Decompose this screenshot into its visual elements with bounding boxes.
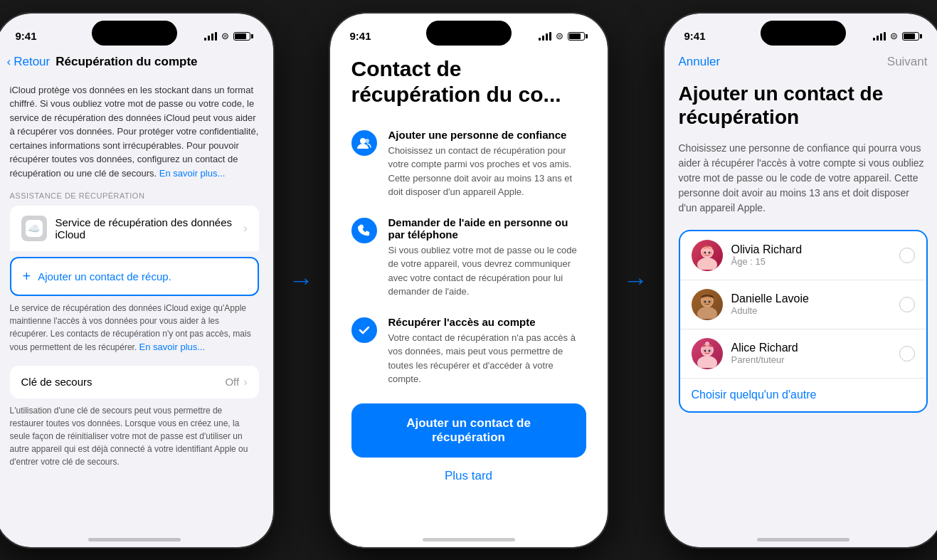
status-time-1: 9:41 <box>16 30 37 42</box>
phone-icon <box>351 218 377 243</box>
svg-point-17 <box>705 342 709 346</box>
status-icons-2: ⊜ <box>539 31 588 41</box>
status-time-3: 9:41 <box>684 30 706 42</box>
cancel-button[interactable]: Annuler <box>679 55 721 69</box>
avatar-danielle <box>692 289 723 320</box>
icloud-service-text: Service de récupération des données iClo… <box>55 216 235 241</box>
back-button-1[interactable]: ‹ Retour <box>7 55 51 69</box>
contact-detail-alice: Parent/tuteur <box>731 354 891 365</box>
add-contact-label: Ajouter un contact de récup. <box>38 270 171 282</box>
contact-info-olivia: Olivia Richard Âge : 15 <box>731 243 891 267</box>
learn-more-2[interactable]: En savoir plus... <box>139 342 206 352</box>
contact-row-olivia[interactable]: Olivia Richard Âge : 15 <box>680 231 926 280</box>
arrow-2-container: → <box>608 265 665 295</box>
avatar-alice <box>692 338 723 369</box>
contact-name-olivia: Olivia Richard <box>731 243 891 256</box>
phone-2: 9:41 ⊜ Contact de récupérat <box>330 14 608 547</box>
feature-title-1: Ajouter une personne de confiance <box>388 129 586 141</box>
home-indicator-3 <box>757 538 849 541</box>
battery-icon-1 <box>233 32 253 41</box>
screen3-title: Ajouter un contact de récupération <box>679 82 928 130</box>
feature-text-1: Ajouter une personne de confiance Choisi… <box>388 129 586 199</box>
svg-point-8 <box>697 307 717 319</box>
dynamic-island-2 <box>426 21 512 46</box>
later-link[interactable]: Plus tard <box>351 469 586 483</box>
screen3-content: Ajouter un contact de récupération Chois… <box>665 75 938 420</box>
contact-detail-danielle: Adulte <box>731 305 891 316</box>
security-key-desc: L'utilisation d'une clé de secours peut … <box>10 404 259 468</box>
status-icons-1: ⊜ <box>204 31 253 41</box>
contacts-list: Olivia Richard Âge : 15 <box>679 230 928 413</box>
icloud-description: iCloud protège vos données en les stocka… <box>10 83 259 181</box>
home-indicator-1 <box>88 538 181 541</box>
svg-point-6 <box>708 251 710 253</box>
nav-bar-1: ‹ Retour Récupération du compte <box>0 49 273 75</box>
battery-icon-2 <box>568 32 588 41</box>
chevron-right-icon-2: › <box>243 376 247 389</box>
wifi-icon-3: ⊜ <box>890 31 898 41</box>
svg-point-16 <box>708 349 710 352</box>
contact-row-alice[interactable]: Alice Richard Parent/tuteur <box>680 329 926 378</box>
svg-point-1 <box>365 139 369 143</box>
radio-danielle[interactable] <box>899 297 915 312</box>
feature-text-3: Récupérer l'accès au compte Votre contac… <box>388 316 586 386</box>
radio-olivia[interactable] <box>899 248 915 263</box>
screen2-content: Contact de récupération du co... <box>330 49 608 497</box>
arrow-icon-2: → <box>623 265 649 295</box>
icloud-service-item[interactable]: ☁️ Service de récupération des données i… <box>10 206 259 251</box>
svg-point-3 <box>697 258 717 270</box>
svg-point-5 <box>704 251 706 253</box>
avatar-olivia <box>692 240 723 271</box>
learn-more-1[interactable]: En savoir plus... <box>159 168 226 179</box>
add-contact-desc: Le service de récupération des données i… <box>10 302 259 354</box>
feature-icon-1 <box>351 129 377 156</box>
feature-desc-3: Votre contact de récupération n'a pas ac… <box>388 331 586 386</box>
feature-row-1: Ajouter une personne de confiance Choisi… <box>351 129 586 199</box>
radio-alice[interactable] <box>899 346 915 361</box>
feature-text-2: Demander de l'aide en personne ou par té… <box>388 216 586 299</box>
arrow-1-container: → <box>273 265 330 295</box>
feature-icon-3 <box>351 316 377 343</box>
signal-icon-1 <box>204 32 217 41</box>
contact-name-danielle: Danielle Lavoie <box>731 292 891 305</box>
contact-row-danielle[interactable]: Danielle Lavoie Adulte <box>680 280 926 329</box>
screen1-content: iCloud protège vos données en les stocka… <box>0 75 273 482</box>
dynamic-island-1 <box>92 21 177 46</box>
arrow-icon-1: → <box>289 265 314 295</box>
nav-title-1: Récupération du compte <box>55 55 197 69</box>
status-icons-3: ⊜ <box>873 31 922 41</box>
choose-other-link[interactable]: Choisir quelqu'un d'autre <box>680 379 926 411</box>
people-icon <box>351 130 377 156</box>
phone-1: 9:41 ⊜ ‹ <box>0 14 273 547</box>
dynamic-island-3 <box>761 21 846 46</box>
signal-icon-2 <box>539 32 551 41</box>
contact-name-alice: Alice Richard <box>731 342 891 354</box>
signal-icon-3 <box>873 32 886 41</box>
contact-info-danielle: Danielle Lavoie Adulte <box>731 292 891 316</box>
security-key-value: Off <box>225 376 239 388</box>
battery-icon-3 <box>902 32 922 41</box>
feature-row-3: Récupérer l'accès au compte Votre contac… <box>351 316 586 386</box>
chevron-right-icon-1: › <box>243 222 247 235</box>
security-key-value-area: Off › <box>225 376 247 389</box>
plus-icon-1: + <box>23 268 31 285</box>
contact-info-alice: Alice Richard Parent/tuteur <box>731 342 891 365</box>
icloud-icon: ☁️ <box>21 216 47 241</box>
home-indicator-2 <box>423 538 515 541</box>
next-button: Suivant <box>887 55 928 69</box>
wifi-icon-2: ⊜ <box>556 31 563 41</box>
add-recovery-contact-button[interactable]: Ajouter un contact de récupération <box>351 403 586 458</box>
add-contact-button[interactable]: + Ajouter un contact de récup. <box>10 257 259 296</box>
contact-detail-olivia: Âge : 15 <box>731 256 891 267</box>
feature-desc-1: Choisissez un contact de récupération po… <box>388 144 586 199</box>
checkmark-icon <box>351 317 377 343</box>
feature-title-2: Demander de l'aide en personne ou par té… <box>388 216 586 241</box>
back-label-1: Retour <box>14 55 50 69</box>
svg-point-0 <box>360 138 366 144</box>
feature-title-3: Récupérer l'accès au compte <box>388 316 586 328</box>
wifi-icon-1: ⊜ <box>221 31 229 41</box>
security-key-item[interactable]: Clé de secours Off › <box>10 366 259 398</box>
phone-3: 9:41 ⊜ Annuler Suiv <box>665 14 938 547</box>
security-key-title: Clé de secours <box>21 376 92 388</box>
status-time-2: 9:41 <box>350 30 371 42</box>
